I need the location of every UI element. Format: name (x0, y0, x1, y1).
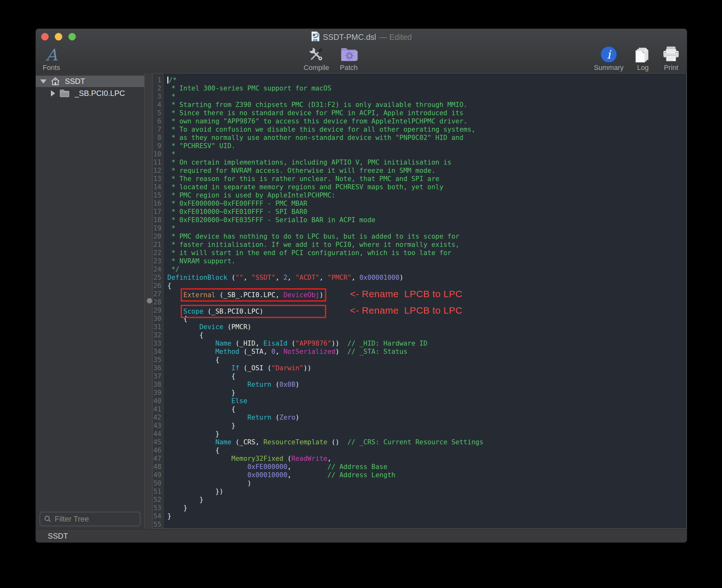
sidebar-item-ssdt[interactable]: SSDT (36, 76, 144, 87)
fonts-button[interactable]: A Fonts (43, 45, 60, 71)
code-line[interactable]: * 0xFE010000~0xFE010FFF - SPI BAR0 (167, 208, 686, 216)
compile-button[interactable]: Compile (304, 45, 330, 71)
line-number: 42 (152, 413, 163, 422)
code-line[interactable]: { (167, 356, 686, 364)
code-line[interactable]: * as they normally use another non-stand… (167, 133, 686, 142)
code-line[interactable]: Memory32Fixed (ReadWrite, (167, 455, 686, 463)
code-line[interactable]: * it will start in the end of PCI config… (167, 249, 686, 257)
code-line[interactable]: /* (167, 76, 686, 84)
line-number: 53 (152, 504, 163, 512)
code-line[interactable]: Return (0x0B) (167, 380, 686, 388)
code-line[interactable]: * 0xFE000000~0xFE00FFFF - PMC MBAR (167, 200, 686, 208)
document-icon: DSL (311, 31, 320, 43)
maciasl-window: DSL SSDT-PMC.dsl — Edited A Fonts (36, 28, 687, 543)
code-line[interactable]: * To avoid confusion we disable this dev… (167, 125, 686, 133)
line-number: 31 (152, 323, 163, 331)
code-line[interactable]: * (167, 224, 686, 232)
code-line[interactable]: * PMC device has nothing to do to LPC bu… (167, 232, 686, 240)
summary-button[interactable]: i Summary (594, 45, 623, 71)
code-line[interactable]: } (167, 504, 686, 512)
line-number: 14 (152, 183, 163, 191)
code-line[interactable]: { (167, 405, 686, 413)
code-line[interactable]: 0xFE000000, // Address Base (167, 463, 686, 471)
code-line[interactable]: Return (Zero) (167, 413, 686, 422)
title-edited-state: — Edited (379, 33, 412, 42)
line-number: 51 (152, 487, 163, 496)
code-line[interactable]: * Since there is no standard device for … (167, 109, 686, 117)
code-line[interactable]: * faster initialisation. If we add it to… (167, 240, 686, 249)
line-number: 48 (152, 463, 163, 471)
svg-text:DSL: DSL (314, 39, 317, 41)
line-number: 11 (152, 158, 163, 166)
line-number: 19 (152, 224, 163, 232)
code-line[interactable]: } (167, 430, 686, 438)
code-line[interactable]: } (167, 512, 686, 520)
code-line[interactable]: Else (167, 397, 686, 405)
status-path: SSDT (48, 532, 68, 541)
line-number: 23 (152, 257, 163, 265)
code-line[interactable]: */ (167, 265, 686, 273)
line-number: 24 (152, 265, 163, 273)
disclosure-open-icon[interactable] (40, 80, 46, 84)
filter-tree-input[interactable]: Filter Tree (40, 512, 141, 526)
line-number: 26 (152, 282, 163, 290)
line-number: 15 (152, 191, 163, 200)
code-line[interactable]: * On certain implementations, including … (167, 158, 686, 166)
patch-button[interactable]: Patch (340, 45, 358, 71)
code-line[interactable]: Device (PMCR) (167, 323, 686, 331)
sidebar-item-sb-pci0-lpc[interactable]: _SB.PCI0.LPC (36, 87, 144, 100)
line-number: 9 (152, 142, 163, 150)
code-line[interactable]: * The reason for this is rather unclear.… (167, 175, 686, 183)
code-line[interactable]: } (167, 388, 686, 397)
code-line[interactable]: ) (167, 479, 686, 487)
code-line[interactable]: Name (_CRS, ResourceTemplate () // _CRS:… (167, 438, 686, 446)
code-line[interactable]: * Starting from Z390 chipsets PMC (D31:F… (167, 101, 686, 109)
line-number: 12 (152, 166, 163, 175)
code-line[interactable]: * Intel 300-series PMC support for macOS (167, 84, 686, 92)
code-line[interactable]: If (_OSI ("Darwin")) (167, 364, 686, 372)
line-number: 38 (152, 380, 163, 388)
print-button[interactable]: Print (662, 45, 680, 71)
line-number: 25 (152, 273, 163, 282)
code-line[interactable]: * (167, 92, 686, 101)
code-area[interactable]: /* * Intel 300-series PMC support for ma… (164, 74, 686, 528)
code-line[interactable]: { (167, 446, 686, 455)
sidebar-item-label: _SB.PCI0.LPC (75, 89, 125, 98)
sidebar: SSDT _SB.PCI0.LPC Filter Tree (36, 73, 145, 529)
line-number: 1 (152, 76, 163, 84)
code-line[interactable]: } (167, 496, 686, 504)
code-line[interactable]: * (167, 150, 686, 158)
code-line[interactable] (167, 520, 686, 528)
window-chrome: DSL SSDT-PMC.dsl — Edited A Fonts (36, 29, 687, 74)
line-number: 8 (152, 133, 163, 142)
code-line[interactable]: DefinitionBlock ("", "SSDT", 2, "ACDT", … (167, 273, 686, 282)
log-button[interactable]: Log (634, 45, 652, 71)
disclosure-closed-icon[interactable] (51, 90, 55, 97)
patch-icon (340, 45, 358, 63)
code-line[interactable]: * 0xFE020000~0xFE035FFF - SerialIo BAR i… (167, 216, 686, 224)
code-line[interactable]: { (167, 315, 686, 323)
code-line[interactable]: * required for NVRAM access. Otherwise i… (167, 166, 686, 175)
line-number: 4 (152, 101, 163, 109)
code-line[interactable]: { (167, 372, 686, 380)
code-line[interactable]: 0x00010000, // Address Length (167, 471, 686, 479)
line-number-gutter: 1234567891011121314151617181920212223242… (152, 74, 164, 528)
code-line[interactable]: Scope (_SB.PCI0.LPC) <- Rename LPCB to L… (167, 306, 686, 315)
code-line[interactable]: External (_SB_.PCI0.LPC, DeviceObj)<- Re… (167, 290, 686, 298)
line-number: 18 (152, 216, 163, 224)
code-line[interactable]: * own naming "APP9876" to access this de… (167, 117, 686, 125)
code-line[interactable]: * PMC region is used by AppleIntelPCHPMC… (167, 191, 686, 200)
code-line[interactable]: * NVRAM support. (167, 257, 686, 265)
filter-placeholder: Filter Tree (55, 514, 89, 523)
code-line[interactable]: }) (167, 487, 686, 496)
code-line[interactable]: Name (_HID, EisaId ("APP9876")) // _HID:… (167, 339, 686, 348)
code-line[interactable]: { (167, 331, 686, 339)
print-icon (662, 45, 680, 63)
code-line[interactable]: * "PCHRESV" UID. (167, 142, 686, 150)
content-area: SSDT _SB.PCI0.LPC Filter Tree (36, 73, 687, 529)
code-line[interactable]: Method (_STA, 0, NotSerialized) // _STA:… (167, 348, 686, 356)
line-number: 16 (152, 200, 163, 208)
code-line[interactable]: * located in separate memory regions and… (167, 183, 686, 191)
code-line[interactable]: } (167, 422, 686, 430)
splitter-handle[interactable] (147, 298, 152, 303)
